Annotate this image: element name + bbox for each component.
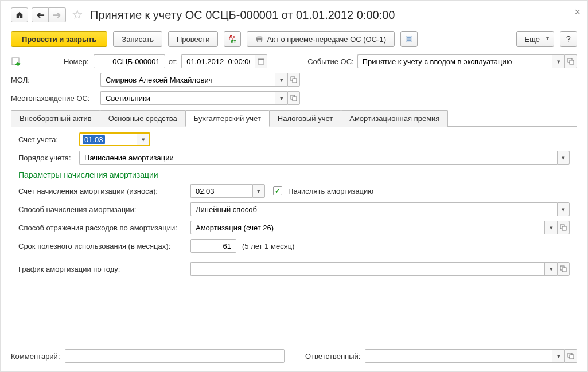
svg-rect-21	[570, 355, 574, 359]
amort-account-label: Счет начисления амортизации (износа):	[18, 187, 190, 195]
expense-label: Способ отражения расходов по амортизации…	[18, 224, 190, 232]
responsible-open-icon[interactable]	[564, 349, 577, 363]
order-label: Порядок учета:	[18, 154, 79, 162]
mol-label: МОЛ:	[11, 76, 100, 84]
account-label: Счет учета:	[18, 135, 79, 144]
amort-section-header: Параметры начисления амортизации	[18, 170, 570, 179]
tab-bonus[interactable]: Амортизационная премия	[341, 110, 448, 127]
location-input[interactable]	[104, 93, 271, 103]
svg-rect-17	[562, 226, 566, 230]
svg-rect-2	[258, 40, 262, 42]
event-input[interactable]	[361, 57, 548, 66]
comment-label: Комментарий:	[11, 352, 60, 361]
account-value: 01.03	[83, 135, 105, 144]
number-label: Номер:	[64, 57, 89, 66]
account-dropdown-icon[interactable]: ▾	[137, 134, 149, 145]
expense-input[interactable]	[194, 223, 541, 233]
help-button[interactable]: ?	[560, 31, 577, 47]
tab-fixed-assets[interactable]: Основные средства	[100, 110, 186, 127]
graph-dropdown-icon[interactable]: ▾	[544, 262, 557, 276]
post-button[interactable]: Провести	[168, 31, 219, 47]
post-and-close-button[interactable]: Провести и закрыть	[11, 31, 107, 47]
life-label: Срок полезного использования (в месяцах)…	[18, 242, 190, 250]
account-combo[interactable]: 01.03 ▾	[79, 132, 150, 146]
location-dropdown-icon[interactable]: ▾	[275, 91, 287, 105]
dtct-button[interactable]: Дт Кт	[224, 31, 241, 47]
graph-open-icon[interactable]	[557, 262, 570, 276]
event-dropdown-icon[interactable]: ▾	[552, 54, 564, 68]
comment-input[interactable]	[69, 351, 281, 361]
order-input[interactable]	[83, 153, 554, 163]
page-title: Принятие к учету ОС 0СЦБ-000001 от 01.01…	[90, 9, 395, 22]
location-open-icon[interactable]	[287, 91, 300, 105]
print-act-label: Акт о приеме-передаче ОС (ОС-1)	[267, 35, 386, 44]
method-label: Способ начисления амортизации:	[18, 205, 190, 214]
event-open-icon[interactable]	[564, 54, 577, 68]
back-button[interactable]: 🡨	[32, 7, 49, 22]
tab-tax[interactable]: Налоговый учет	[269, 110, 341, 127]
order-dropdown-icon[interactable]: ▾	[557, 151, 570, 165]
tab-nonmovable-asset[interactable]: Внеоборотный актив	[11, 110, 100, 127]
responsible-label: Ответственный:	[305, 352, 360, 361]
home-button[interactable]	[11, 7, 28, 22]
amort-account-input[interactable]	[194, 186, 249, 196]
structure-button[interactable]	[400, 31, 418, 47]
expense-dropdown-icon[interactable]: ▾	[544, 221, 557, 234]
charge-amort-checkbox[interactable]: ✓	[273, 186, 282, 195]
mol-input[interactable]	[104, 75, 271, 85]
svg-rect-9	[258, 59, 264, 60]
amort-account-dropdown-icon[interactable]: ▾	[252, 184, 265, 198]
date-input[interactable]	[185, 57, 251, 66]
graph-input[interactable]	[194, 264, 541, 274]
favorite-star-icon[interactable]: ☆	[72, 7, 83, 22]
responsible-input[interactable]	[369, 351, 548, 361]
mol-open-icon[interactable]	[287, 73, 300, 87]
tab-accounting[interactable]: Бухгалтерский учет	[185, 110, 270, 127]
number-input[interactable]	[98, 57, 161, 66]
printer-icon	[255, 35, 263, 43]
svg-rect-1	[258, 36, 262, 38]
location-label: Местонахождение ОС:	[11, 94, 100, 103]
life-input[interactable]	[194, 241, 232, 251]
method-dropdown-icon[interactable]: ▾	[557, 202, 570, 216]
expense-open-icon[interactable]	[557, 221, 570, 234]
print-act-button[interactable]: Акт о приеме-передаче ОС (ОС-1)	[247, 31, 395, 47]
svg-rect-15	[293, 97, 297, 101]
graph-label: График амортизации по году:	[18, 265, 190, 273]
from-label: от:	[169, 57, 178, 66]
charge-amort-label: Начислять амортизацию	[288, 187, 373, 195]
forward-button[interactable]: 🡪	[49, 7, 66, 22]
mol-dropdown-icon[interactable]: ▾	[275, 73, 287, 87]
method-input[interactable]	[194, 205, 554, 214]
event-label: Событие ОС:	[307, 57, 354, 66]
svg-rect-13	[293, 79, 297, 83]
calendar-icon[interactable]	[255, 54, 267, 68]
svg-rect-19	[562, 268, 566, 272]
tab-strip: Внеоборотный актив Основные средства Бух…	[11, 109, 577, 127]
document-status-icon	[11, 56, 22, 67]
life-hint: (5 лет 1 месяц)	[242, 242, 294, 250]
svg-rect-11	[570, 60, 574, 64]
more-button[interactable]: Еще	[516, 31, 554, 47]
close-icon[interactable]: ×	[574, 6, 581, 18]
save-button[interactable]: Записать	[113, 31, 162, 47]
responsible-dropdown-icon[interactable]: ▾	[552, 349, 564, 363]
